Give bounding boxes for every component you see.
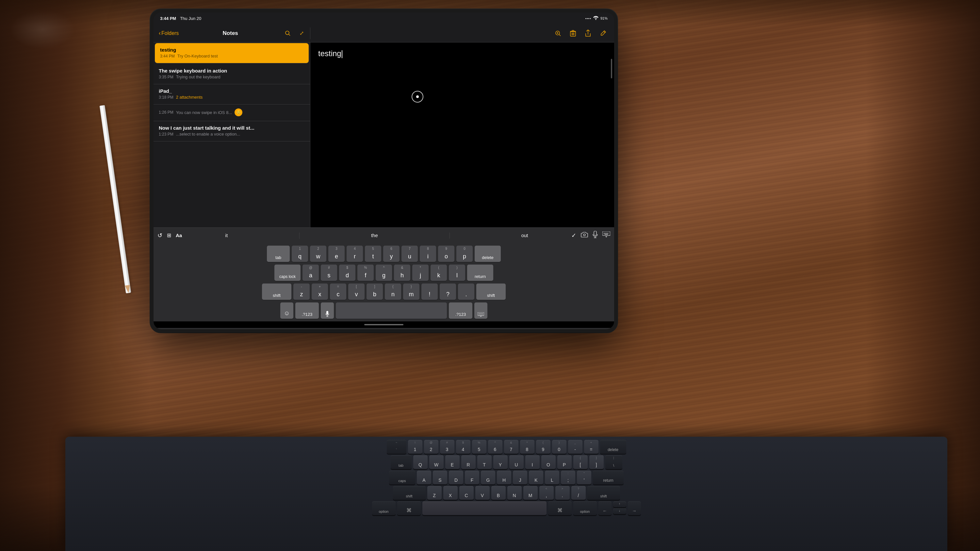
note-item-1[interactable]: testing 3:44 PM Try On-Keyboard test (155, 43, 309, 64)
phys-key-I[interactable]: I (525, 455, 540, 469)
phys-key-3[interactable]: #3 (440, 440, 454, 454)
phys-key-Q[interactable]: Q (413, 455, 428, 469)
back-button[interactable]: ‹ Folders (159, 30, 179, 37)
phys-key-bracket-close[interactable]: }] (589, 455, 604, 469)
phys-key-slash[interactable]: ?/ (571, 486, 586, 500)
undo-button[interactable]: ↺ (158, 232, 162, 239)
phys-key-5[interactable]: %5 (472, 440, 487, 454)
key-c[interactable]: =c (330, 284, 346, 300)
key-exclaim[interactable]: ! (422, 284, 438, 300)
search-button[interactable] (282, 27, 294, 39)
key-v[interactable]: [v (348, 284, 364, 300)
key-g[interactable]: ^g (375, 265, 392, 281)
phys-key-cmd-left[interactable]: ⌘ (397, 501, 421, 515)
key-i[interactable]: 8i (420, 246, 436, 262)
share-note-button[interactable] (582, 27, 594, 39)
phys-key-6[interactable]: ^6 (488, 440, 503, 454)
phys-key-arrow-right[interactable]: → (628, 501, 641, 515)
key-u[interactable]: 7u (401, 246, 418, 262)
key-numbers[interactable]: .?123 (295, 302, 319, 319)
phys-key-4[interactable]: $4 (456, 440, 470, 454)
phys-key-F[interactable]: F (465, 471, 479, 484)
key-r[interactable]: 4r (347, 246, 363, 262)
phys-key-Z[interactable]: Z (427, 486, 442, 500)
note-item-3[interactable]: iPad_ 3:18 PM 2 attachments (154, 84, 310, 105)
phys-key-option-left[interactable]: option (372, 501, 396, 515)
key-k[interactable]: (k (431, 265, 447, 281)
suggestion-3[interactable]: out (516, 231, 533, 240)
phys-key-7[interactable]: &7 (504, 440, 519, 454)
phys-key-Y[interactable]: Y (493, 455, 508, 469)
phys-key-tab[interactable]: tab (391, 455, 412, 469)
expand-button[interactable]: ⤢ (296, 27, 307, 39)
phys-key-G[interactable]: G (481, 471, 495, 484)
keyboard-hide-button[interactable] (602, 232, 610, 239)
key-shift-right[interactable]: shift (476, 284, 506, 300)
phys-key-tilde[interactable]: ~` (387, 440, 406, 454)
phys-key-X[interactable]: X (443, 486, 458, 500)
key-caps-lock[interactable]: caps lock (274, 265, 301, 281)
phys-key-return[interactable]: return (593, 471, 624, 484)
phys-key-shift-right[interactable]: shift (587, 486, 620, 500)
phys-key-equals[interactable]: += (584, 440, 598, 454)
phys-key-caps[interactable]: caps (389, 471, 415, 484)
phys-key-P[interactable]: P (557, 455, 572, 469)
phys-key-L[interactable]: L (545, 471, 559, 484)
phys-key-S[interactable]: S (433, 471, 447, 484)
key-o[interactable]: 9o (438, 246, 454, 262)
note-item-2[interactable]: The swipe keyboard in action 3:35 PM Try… (154, 64, 310, 84)
key-z[interactable]: -z (293, 284, 310, 300)
phys-key-2[interactable]: @2 (424, 440, 438, 454)
phys-key-1[interactable]: !1 (408, 440, 422, 454)
delete-note-button[interactable] (567, 27, 579, 39)
phys-key-option-right[interactable]: option (573, 501, 597, 515)
key-w[interactable]: 2w (310, 246, 326, 262)
key-t[interactable]: 5t (365, 246, 381, 262)
phys-key-B[interactable]: B (491, 486, 506, 500)
suggestion-1[interactable]: it (220, 231, 233, 240)
phys-key-K[interactable]: K (529, 471, 543, 484)
phys-key-W[interactable]: W (429, 455, 444, 469)
phys-key-R[interactable]: R (461, 455, 476, 469)
suggestion-2[interactable]: the (366, 231, 383, 240)
phys-key-T[interactable]: T (477, 455, 492, 469)
phys-key-V[interactable]: V (475, 486, 490, 500)
phys-key-delete[interactable]: delete (600, 440, 626, 454)
phys-key-minus[interactable]: _- (568, 440, 582, 454)
key-return[interactable]: return (467, 265, 493, 281)
key-n[interactable]: {n (385, 284, 401, 300)
key-delete[interactable]: delete (475, 246, 501, 262)
camera-button[interactable] (581, 232, 588, 239)
key-l[interactable]: )l (449, 265, 465, 281)
phys-key-shift-left[interactable]: shift (393, 486, 426, 500)
phys-key-bracket-open[interactable]: {[ (573, 455, 588, 469)
mic-button[interactable] (593, 231, 598, 240)
key-space[interactable] (336, 302, 447, 319)
phys-key-9[interactable]: (9 (536, 440, 550, 454)
phys-key-O[interactable]: O (541, 455, 556, 469)
phys-key-arrow-left[interactable]: ← (598, 501, 611, 515)
phys-key-backslash[interactable]: |\ (605, 455, 622, 469)
key-q[interactable]: 1q (292, 246, 308, 262)
phys-key-space[interactable] (422, 501, 547, 515)
phys-key-U[interactable]: U (509, 455, 523, 469)
phys-key-quote[interactable]: "' (577, 471, 591, 484)
phys-key-arrow-up[interactable]: ↑ (613, 501, 626, 507)
find-in-note-button[interactable] (552, 27, 564, 39)
format-button[interactable]: Aa (176, 233, 182, 238)
key-a[interactable]: @a (302, 265, 319, 281)
key-emoji[interactable]: ☺ (280, 302, 293, 319)
key-tab[interactable]: tab (267, 246, 290, 262)
phys-key-arrow-down[interactable]: ↓ (613, 508, 626, 514)
phys-key-cmd-right[interactable]: ⌘ (548, 501, 572, 515)
phys-key-semicolon[interactable]: :; (561, 471, 575, 484)
key-keyboard-hide[interactable] (474, 302, 487, 319)
phys-key-J[interactable]: J (513, 471, 527, 484)
key-j[interactable]: *j (412, 265, 429, 281)
key-question[interactable]: ? (440, 284, 456, 300)
phys-key-period[interactable]: >. (555, 486, 570, 500)
phys-key-comma[interactable]: <, (539, 486, 554, 500)
key-x[interactable]: +x (312, 284, 328, 300)
key-d[interactable]: $d (339, 265, 355, 281)
phys-key-E[interactable]: E (445, 455, 460, 469)
